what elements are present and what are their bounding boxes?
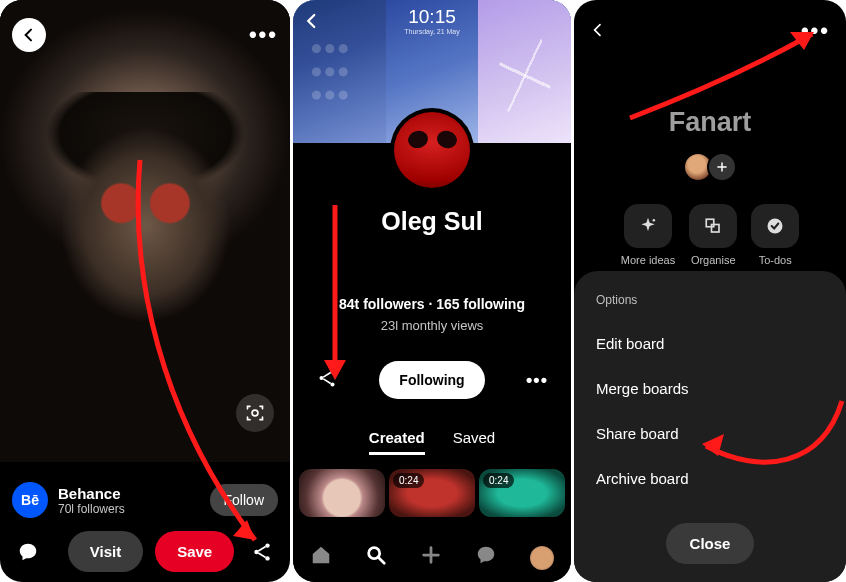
source-meta[interactable]: Behance 70l followers [58,485,200,516]
nav-home[interactable] [310,544,332,572]
profile-actions: Following ••• [293,361,571,399]
tool-label: More ideas [621,254,675,266]
collaborator-row [574,152,846,182]
profile-monthly-views: 23l monthly views [293,318,571,333]
sheet-item-share-board[interactable]: Share board [574,411,846,456]
plus-icon [420,544,442,566]
board-tools: More ideas Organise To-dos [574,204,846,266]
more-options-button[interactable]: ••• [249,22,278,48]
cover-date: Thursday, 21 May [386,28,479,35]
tool-label: To-dos [759,254,792,266]
options-sheet: Options Edit board Merge boards Share bo… [574,271,846,582]
organise-button[interactable] [689,204,737,248]
chevron-left-icon [590,22,606,38]
profile-stats[interactable]: 84t followers · 165 following [293,296,571,312]
tab-created[interactable]: Created [369,429,425,455]
source-avatar[interactable]: Bē [12,482,48,518]
svg-point-5 [319,375,323,379]
nav-create[interactable] [420,544,442,572]
close-button[interactable]: Close [666,523,755,564]
svg-point-6 [330,382,334,386]
following-button[interactable]: Following [379,361,484,399]
duration-badge: 0:24 [393,473,424,488]
nav-search[interactable] [365,544,387,572]
visit-button[interactable]: Visit [68,531,143,572]
pin-top-bar: ••• [12,18,278,52]
duration-badge: 0:24 [483,473,514,488]
profile-avatar-ring [390,108,474,192]
visual-search-button[interactable] [236,394,274,432]
follow-button[interactable]: Follow [210,484,278,516]
board-top-bar: ••• [574,0,846,62]
share-icon [316,367,338,389]
profile-tabs: Created Saved [293,429,571,455]
sheet-item-edit-board[interactable]: Edit board [574,321,846,366]
source-name: Behance [58,485,200,502]
svg-point-0 [252,410,258,416]
avatar-icon [530,546,554,570]
pin-source-row: Bē Behance 70l followers Follow [12,482,278,518]
nav-profile[interactable] [530,546,554,570]
tool-label: Organise [691,254,736,266]
chevron-left-icon [303,12,321,30]
pin-detail-screen: ••• Bē Behance 70l followers Follow Visi… [0,0,290,582]
svg-rect-9 [706,219,714,227]
profile-screen: 10:15 Thursday, 21 May Oleg Sul 84t foll… [293,0,571,582]
tab-saved[interactable]: Saved [453,429,496,455]
back-button[interactable] [590,20,606,43]
pin-action-row: Visit Save [12,531,278,572]
cover-clock: 10:15 [386,6,479,28]
profile-name: Oleg Sul [293,207,571,236]
sheet-item-archive-board[interactable]: Archive board [574,456,846,501]
board-title: Fanart [574,107,846,138]
pin-thumbnail[interactable]: 0:24 [479,469,565,517]
share-button[interactable] [246,536,278,568]
pin-thumbnail[interactable]: 0:24 [389,469,475,517]
back-button[interactable] [12,18,46,52]
pin-thumbnails: 0:24 0:24 [293,455,571,517]
sheet-item-merge-boards[interactable]: Merge boards [574,366,846,411]
chevron-left-icon [21,27,37,43]
svg-rect-10 [712,225,720,233]
bottom-nav [293,534,571,582]
pin-artwork [44,92,247,369]
check-circle-icon [765,216,785,236]
search-icon [365,544,387,566]
speech-bubble-icon [475,544,497,566]
todos-button[interactable] [751,204,799,248]
add-collaborator-button[interactable] [707,152,737,182]
plus-icon [715,160,729,174]
home-icon [310,544,332,566]
board-screen: ••• Fanart More ideas Organise To-dos [574,0,846,582]
more-options-button[interactable]: ••• [801,18,830,44]
tool-todos: To-dos [751,204,799,266]
comment-button[interactable] [12,536,44,568]
svg-point-8 [653,219,656,222]
speech-bubble-icon [17,541,39,563]
profile-avatar[interactable] [394,112,470,188]
tool-more-ideas: More ideas [621,204,675,266]
more-options-button[interactable]: ••• [521,370,553,391]
back-button[interactable] [303,10,321,36]
cover-segment [478,0,571,143]
pin-thumbnail[interactable] [299,469,385,517]
organise-icon [704,217,722,235]
nav-notifications[interactable] [475,544,497,572]
more-ideas-button[interactable] [624,204,672,248]
svg-point-4 [330,369,334,373]
pin-image[interactable] [0,0,290,462]
source-followers: 70l followers [58,502,200,516]
save-button[interactable]: Save [155,531,234,572]
share-icon [251,541,273,563]
tool-organise: Organise [689,204,737,266]
sheet-heading: Options [574,293,846,321]
sparkle-icon [638,216,658,236]
lens-icon [245,403,265,423]
share-button[interactable] [311,367,343,394]
